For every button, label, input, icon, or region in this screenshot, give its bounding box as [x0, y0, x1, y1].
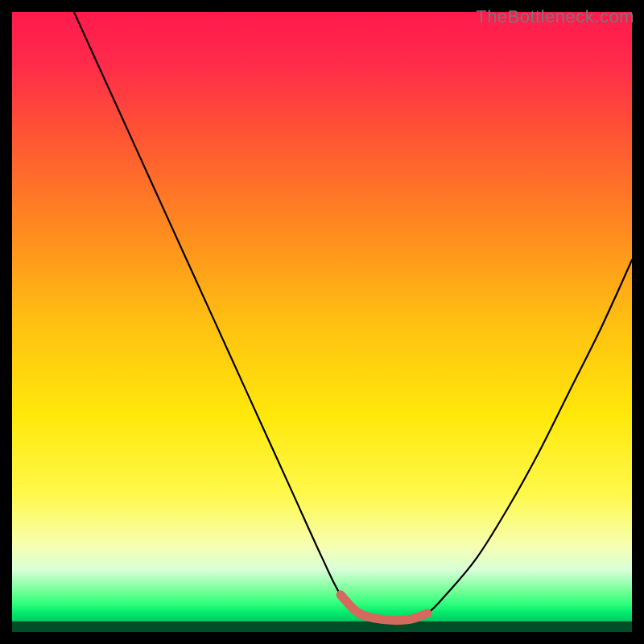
- dark-green-band: [12, 621, 632, 632]
- gradient-background: [12, 12, 632, 632]
- watermark-text: TheBottleneck.com: [476, 6, 634, 27]
- chart-svg: [12, 12, 632, 632]
